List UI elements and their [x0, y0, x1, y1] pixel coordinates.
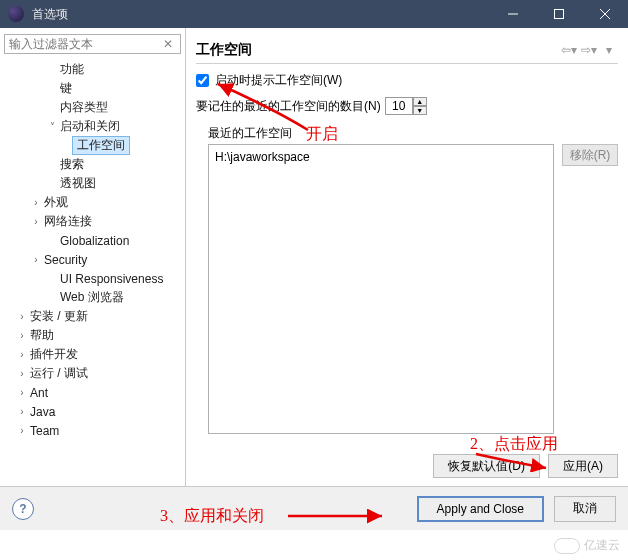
- help-icon[interactable]: ?: [12, 498, 34, 520]
- expand-icon[interactable]: ›: [16, 349, 28, 360]
- expand-icon[interactable]: ›: [16, 368, 28, 379]
- apply-button[interactable]: 应用(A): [548, 454, 618, 478]
- tree-item[interactable]: Web 浏览器: [0, 288, 185, 307]
- watermark: 亿速云: [554, 537, 620, 554]
- tree-item[interactable]: 工作空间: [0, 136, 185, 155]
- tree-item[interactable]: ›网络连接: [0, 212, 185, 231]
- expand-icon[interactable]: ›: [30, 197, 42, 208]
- expand-icon[interactable]: ˅: [46, 121, 58, 132]
- tree-item[interactable]: ›Java: [0, 402, 185, 421]
- prompt-workspace-label: 启动时提示工作空间(W): [215, 72, 342, 89]
- expand-icon[interactable]: ›: [30, 216, 42, 227]
- remember-count-label: 要记住的最近的工作空间的数目(N): [196, 98, 381, 115]
- remove-button[interactable]: 移除(R): [562, 144, 618, 166]
- nav-forward-icon[interactable]: ⇨▾: [580, 41, 598, 59]
- preferences-tree[interactable]: 功能键内容类型˅启动和关闭工作空间搜索透视图›外观›网络连接Globalizat…: [0, 58, 185, 486]
- watermark-text: 亿速云: [584, 537, 620, 554]
- recent-workspaces-list[interactable]: H:\javaworkspace: [208, 144, 554, 434]
- tree-item-label: Security: [44, 253, 87, 267]
- tree-item[interactable]: Globalization: [0, 231, 185, 250]
- cancel-button[interactable]: 取消: [554, 496, 616, 522]
- tree-item-label: 键: [60, 80, 72, 97]
- tree-item-label: Web 浏览器: [60, 289, 124, 306]
- tree-item-label: 帮助: [30, 327, 54, 344]
- tree-item-label: 透视图: [60, 175, 96, 192]
- list-item[interactable]: H:\javaworkspace: [213, 149, 549, 165]
- page-title: 工作空间: [196, 41, 558, 59]
- tree-item-label: Team: [30, 424, 59, 438]
- tree-item[interactable]: ›Team: [0, 421, 185, 440]
- preferences-page: 工作空间 ⇦▾ ⇨▾ ▾ 启动时提示工作空间(W) 要记住的最近的工作空间的数目…: [186, 28, 628, 486]
- preferences-sidebar: ✕ 功能键内容类型˅启动和关闭工作空间搜索透视图›外观›网络连接Globaliz…: [0, 28, 186, 486]
- svg-rect-1: [555, 10, 564, 19]
- tree-item-label: Ant: [30, 386, 48, 400]
- tree-item[interactable]: ›插件开发: [0, 345, 185, 364]
- tree-item[interactable]: 内容类型: [0, 98, 185, 117]
- tree-item-label: 搜索: [60, 156, 84, 173]
- tree-item-label: 插件开发: [30, 346, 78, 363]
- tree-item[interactable]: 键: [0, 79, 185, 98]
- tree-item-label: Globalization: [60, 234, 129, 248]
- window-titlebar: 首选项: [0, 0, 628, 28]
- tree-item[interactable]: 透视图: [0, 174, 185, 193]
- expand-icon[interactable]: ›: [16, 425, 28, 436]
- tree-item[interactable]: UI Responsiveness: [0, 269, 185, 288]
- tree-item[interactable]: ›运行 / 调试: [0, 364, 185, 383]
- tree-item[interactable]: ›Security: [0, 250, 185, 269]
- tree-item[interactable]: ›外观: [0, 193, 185, 212]
- expand-icon[interactable]: ›: [30, 254, 42, 265]
- prompt-workspace-row[interactable]: 启动时提示工作空间(W): [196, 72, 618, 89]
- restore-defaults-button[interactable]: 恢复默认值(D): [433, 454, 540, 478]
- expand-icon[interactable]: ›: [16, 311, 28, 322]
- tree-item[interactable]: ›帮助: [0, 326, 185, 345]
- filter-input[interactable]: [4, 34, 181, 54]
- expand-icon[interactable]: ›: [16, 387, 28, 398]
- tree-item[interactable]: ›安装 / 更新: [0, 307, 185, 326]
- nav-back-icon[interactable]: ⇦▾: [560, 41, 578, 59]
- tree-item[interactable]: ˅启动和关闭: [0, 117, 185, 136]
- tree-item-label: Java: [30, 405, 55, 419]
- window-title: 首选项: [32, 6, 490, 23]
- apply-and-close-button[interactable]: Apply and Close: [417, 496, 544, 522]
- cloud-icon: [554, 538, 580, 554]
- nav-menu-icon[interactable]: ▾: [600, 41, 618, 59]
- app-icon: [8, 6, 24, 22]
- tree-item-label: 网络连接: [44, 213, 92, 230]
- tree-item-label: 外观: [44, 194, 68, 211]
- tree-item[interactable]: ›Ant: [0, 383, 185, 402]
- dialog-footer: ? Apply and Close 取消: [0, 486, 628, 530]
- tree-item-label: 启动和关闭: [60, 118, 120, 135]
- tree-item-label: 工作空间: [72, 136, 130, 155]
- clear-filter-icon[interactable]: ✕: [163, 37, 177, 51]
- expand-icon[interactable]: ›: [16, 330, 28, 341]
- tree-item-label: 功能: [60, 61, 84, 78]
- tree-item[interactable]: 功能: [0, 60, 185, 79]
- prompt-workspace-checkbox[interactable]: [196, 74, 209, 87]
- minimize-button[interactable]: [490, 0, 536, 28]
- tree-item[interactable]: 搜索: [0, 155, 185, 174]
- tree-item-label: UI Responsiveness: [60, 272, 163, 286]
- close-button[interactable]: [582, 0, 628, 28]
- remember-count-input[interactable]: [385, 97, 413, 115]
- tree-item-label: 运行 / 调试: [30, 365, 88, 382]
- tree-item-label: 内容类型: [60, 99, 108, 116]
- recent-workspaces-label: 最近的工作空间: [208, 125, 618, 142]
- maximize-button[interactable]: [536, 0, 582, 28]
- tree-item-label: 安装 / 更新: [30, 308, 88, 325]
- expand-icon[interactable]: ›: [16, 406, 28, 417]
- spinner[interactable]: ▲▼: [413, 97, 427, 115]
